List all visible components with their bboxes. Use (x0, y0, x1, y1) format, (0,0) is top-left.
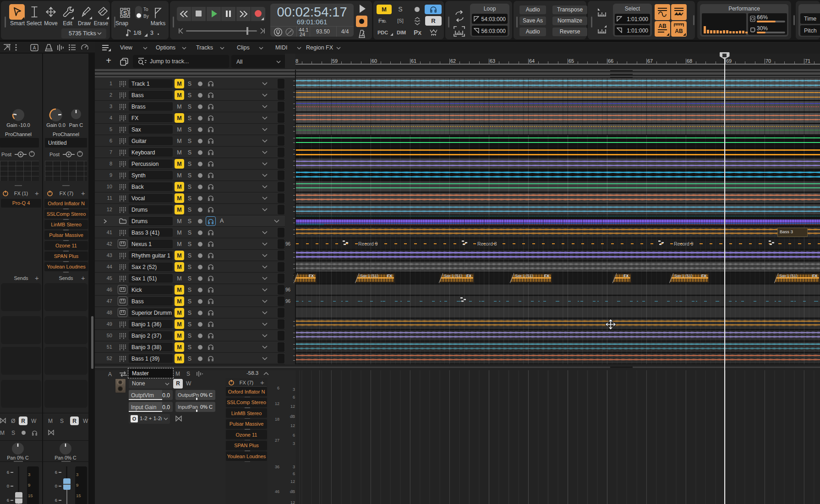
svg-text:AB: AB (675, 28, 683, 34)
svg-text:AB: AB (658, 23, 667, 29)
svg-text:Fx: Fx (378, 18, 384, 24)
svg-text:A: A (33, 45, 36, 50)
svg-text:S: S (123, 10, 127, 16)
